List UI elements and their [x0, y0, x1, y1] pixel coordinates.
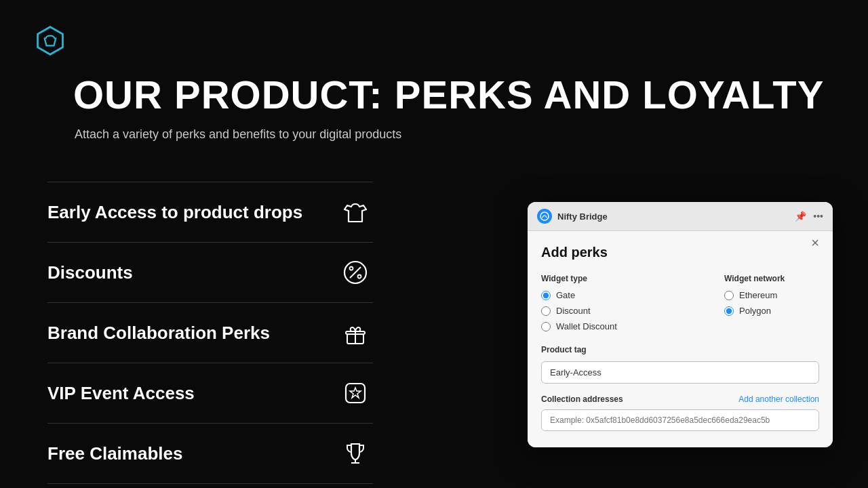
widget-type-radio-group: Gate Discount Wallet Discount: [541, 290, 724, 331]
shirt-icon: [338, 197, 373, 227]
collection-input[interactable]: [541, 409, 819, 431]
radio-gate-label: Gate: [556, 290, 575, 300]
perk-item-discounts: Discounts: [47, 242, 373, 302]
page-title: OUR PRODUCT: PERKS AND LOYALTY: [73, 73, 824, 117]
product-tag-input[interactable]: [541, 361, 819, 384]
widget-panel: Nifty Bridge 📌 ••• × Add perks Widget ty…: [528, 202, 833, 447]
logo: [34, 24, 66, 60]
gift-icon: [338, 318, 373, 348]
radio-polygon-input[interactable]: [724, 306, 734, 316]
radio-discount[interactable]: Discount: [541, 306, 724, 316]
svg-point-3: [358, 275, 361, 279]
close-button[interactable]: ×: [811, 236, 819, 249]
star-badge-icon: [338, 378, 373, 408]
add-collection-link[interactable]: Add another collection: [738, 394, 819, 404]
add-perks-title: Add perks: [541, 245, 819, 260]
radio-wallet-discount-label: Wallet Discount: [556, 321, 617, 331]
widget-network-radio-group: Ethereum Polygon: [724, 290, 819, 316]
perk-label-early-access: Early Access to product drops: [47, 202, 302, 223]
widget-type-label: Widget type: [541, 274, 724, 283]
perk-item-vip-event: VIP Event Access: [47, 363, 373, 423]
svg-marker-7: [350, 388, 361, 398]
product-tag-section: Product tag: [541, 345, 819, 384]
perk-list: Early Access to product drops Discounts …: [47, 182, 373, 484]
widget-title: Nifty Bridge: [557, 211, 608, 222]
perk-label-free-claimables: Free Claimables: [47, 443, 182, 464]
radio-gate-input[interactable]: [541, 291, 551, 300]
radio-ethereum[interactable]: Ethereum: [724, 290, 819, 300]
svg-point-2: [350, 267, 353, 270]
more-icon: •••: [813, 211, 823, 222]
page-subtitle: Attach a variety of perks and benefits t…: [75, 127, 401, 142]
widget-logo: [537, 209, 552, 224]
radio-polygon[interactable]: Polygon: [724, 306, 819, 316]
collection-header: Collection addresses Add another collect…: [541, 394, 819, 404]
radio-wallet-discount[interactable]: Wallet Discount: [541, 321, 724, 331]
radio-polygon-label: Polygon: [739, 306, 771, 316]
radio-gate[interactable]: Gate: [541, 290, 724, 300]
widget-body: × Add perks Widget type Gate Discount: [528, 231, 833, 447]
titlebar-left: Nifty Bridge: [537, 209, 608, 224]
radio-ethereum-label: Ethereum: [739, 290, 777, 300]
perk-item-free-claimables: Free Claimables: [47, 423, 373, 484]
svg-line-1: [350, 267, 361, 278]
radio-discount-label: Discount: [556, 306, 591, 316]
collection-section: Collection addresses Add another collect…: [541, 394, 819, 431]
radio-discount-input[interactable]: [541, 306, 551, 316]
widget-type-section: Widget type Gate Discount Wallet Discoun…: [541, 274, 724, 331]
widget-network-label: Widget network: [724, 274, 819, 283]
discount-icon: [338, 258, 373, 287]
radio-wallet-discount-input[interactable]: [541, 322, 551, 331]
pin-icon: 📌: [795, 211, 806, 222]
perk-label-brand-collab: Brand Collaboration Perks: [47, 323, 270, 344]
perk-item-brand-collab: Brand Collaboration Perks: [47, 302, 373, 363]
collection-label: Collection addresses: [541, 394, 623, 404]
widget-network-section: Widget network Ethereum Polygon: [724, 274, 819, 331]
perk-item-early-access: Early Access to product drops: [47, 182, 373, 242]
widget-two-col: Widget type Gate Discount Wallet Discoun…: [541, 274, 819, 331]
radio-ethereum-input[interactable]: [724, 291, 734, 300]
titlebar-right: 📌 •••: [795, 211, 823, 222]
product-tag-label: Product tag: [541, 345, 819, 354]
perk-label-vip-event: VIP Event Access: [47, 383, 195, 404]
widget-titlebar: Nifty Bridge 📌 •••: [528, 202, 833, 231]
trophy-icon: [338, 439, 373, 468]
perk-label-discounts: Discounts: [47, 262, 133, 283]
svg-point-10: [540, 212, 549, 220]
